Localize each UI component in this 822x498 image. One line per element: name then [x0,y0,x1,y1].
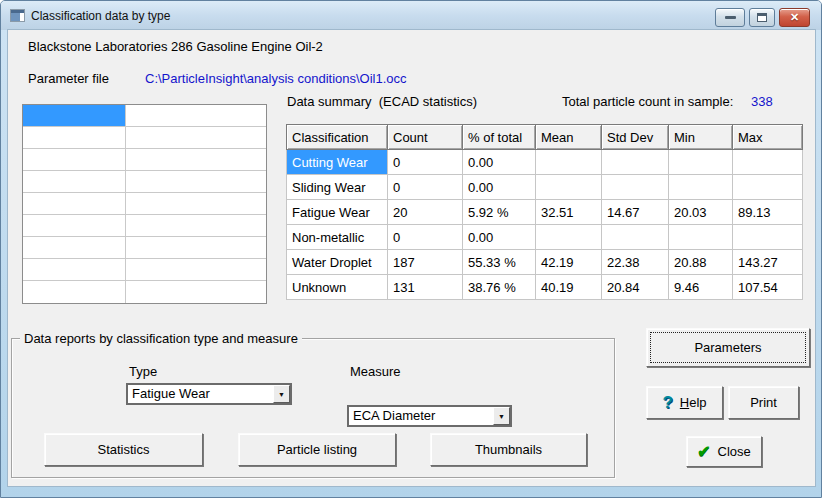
grid-cell[interactable] [23,193,126,214]
grid-cell[interactable] [23,281,126,303]
table-cell[interactable]: 9.46 [669,275,733,300]
total-count-value: 338 [751,94,773,109]
type-combobox[interactable]: Fatigue Wear ▼ [126,383,292,405]
table-cell[interactable]: 40.19 [536,275,602,300]
grid-row[interactable] [23,237,266,259]
table-cell[interactable]: 20 [388,200,463,225]
table-cell[interactable] [536,225,602,250]
table-row[interactable]: Cutting Wear 0 0.00 [287,150,803,175]
grid-cell[interactable] [126,215,266,236]
grid-row[interactable] [23,215,266,237]
table-cell[interactable]: 38.76 % [463,275,536,300]
grid-cell[interactable] [126,193,266,214]
table-cell[interactable]: 42.19 [536,250,602,275]
table-cell[interactable]: 55.33 % [463,250,536,275]
grid-cell[interactable] [23,127,126,148]
table-cell[interactable] [733,175,803,200]
print-button[interactable]: Print [728,386,799,419]
table-cell[interactable]: 0.00 [463,150,536,175]
type-combobox-arrow-button[interactable]: ▼ [273,385,290,403]
column-header-stddev: Std Dev [602,125,669,150]
table-cell[interactable]: 22.38 [602,250,669,275]
maximize-button[interactable] [749,8,775,27]
table-cell[interactable]: 107.54 [733,275,803,300]
grid-row[interactable] [23,171,266,193]
grid-cell[interactable] [126,171,266,192]
grid-row[interactable] [23,281,266,303]
grid-cell[interactable] [126,237,266,258]
grid-cell[interactable] [23,149,126,170]
parameters-button[interactable]: Parameters [646,328,810,367]
window-title: Classification data by type [31,9,170,23]
table-cell[interactable]: 143.27 [733,250,803,275]
table-row[interactable]: Fatigue Wear 20 5.92 % 32.51 14.67 20.03… [287,200,803,225]
table-cell[interactable]: 0 [388,175,463,200]
table-row[interactable]: Sliding Wear 0 0.00 [287,175,803,200]
table-cell[interactable] [602,175,669,200]
table-cell[interactable] [669,225,733,250]
table-cell[interactable]: 20.84 [602,275,669,300]
app-window-icon [10,9,25,22]
table-row[interactable]: Water Droplet 187 55.33 % 42.19 22.38 20… [287,250,803,275]
table-cell[interactable]: Sliding Wear [287,175,388,200]
table-cell[interactable]: 20.03 [669,200,733,225]
measure-combobox-arrow-button[interactable]: ▼ [493,407,510,425]
close-button[interactable]: ✔ Close [686,436,762,467]
grid-cell[interactable] [23,215,126,236]
grid-cell[interactable] [126,281,266,303]
table-cell[interactable] [602,150,669,175]
grid-cell[interactable] [126,105,266,126]
table-cell[interactable] [602,225,669,250]
table-cell[interactable]: 0.00 [463,225,536,250]
column-header-mean: Mean [536,125,602,150]
table-cell[interactable]: 187 [388,250,463,275]
grid-row[interactable] [23,105,266,127]
grid-row[interactable] [23,127,266,149]
table-row[interactable]: Unknown 131 38.76 % 40.19 20.84 9.46 107… [287,275,803,300]
statistics-button[interactable]: Statistics [44,433,203,466]
parameter-file-path: C:\ParticleInsight\analysis conditions\O… [145,71,407,86]
table-cell[interactable]: 14.67 [602,200,669,225]
grid-cell-selected[interactable] [23,105,126,126]
grid-cell[interactable] [126,127,266,148]
column-header-count: Count [388,125,463,150]
grid-row[interactable] [23,259,266,281]
grid-cell[interactable] [23,259,126,280]
table-cell[interactable] [733,225,803,250]
classification-selection-grid[interactable] [22,104,267,304]
grid-row[interactable] [23,149,266,171]
table-cell[interactable] [733,150,803,175]
table-cell[interactable]: Unknown [287,275,388,300]
grid-cell[interactable] [126,149,266,170]
grid-cell[interactable] [126,259,266,280]
table-header-row: Classification Count % of total Mean Std… [287,125,803,150]
particle-listing-button[interactable]: Particle listing [238,433,396,466]
table-cell[interactable]: Non-metallic [287,225,388,250]
table-row[interactable]: Non-metallic 0 0.00 [287,225,803,250]
table-cell[interactable]: Water Droplet [287,250,388,275]
table-cell[interactable] [536,175,602,200]
table-cell[interactable] [669,150,733,175]
table-cell[interactable] [536,150,602,175]
minimize-button[interactable] [715,8,745,27]
grid-row[interactable] [23,193,266,215]
table-cell[interactable]: 5.92 % [463,200,536,225]
help-button[interactable]: ? Help [646,386,723,419]
grid-cell[interactable] [23,171,126,192]
table-cell-selected[interactable]: Cutting Wear [287,150,388,175]
grid-cell[interactable] [23,237,126,258]
table-cell[interactable]: 131 [388,275,463,300]
table-cell[interactable]: 89.13 [733,200,803,225]
table-cell[interactable] [669,175,733,200]
table-cell[interactable]: 0 [388,150,463,175]
measure-combobox[interactable]: ECA Diameter ▼ [347,405,512,427]
table-cell[interactable]: Fatigue Wear [287,200,388,225]
table-cell[interactable]: 0.00 [463,175,536,200]
table-cell[interactable]: 20.88 [669,250,733,275]
data-reports-groupbox: Data reports by classification type and … [11,338,615,478]
table-cell[interactable]: 32.51 [536,200,602,225]
thumbnails-button[interactable]: Thumbnails [430,433,587,466]
close-window-button[interactable]: ✕ [779,8,810,27]
help-button-label: Help [680,395,707,410]
table-cell[interactable]: 0 [388,225,463,250]
